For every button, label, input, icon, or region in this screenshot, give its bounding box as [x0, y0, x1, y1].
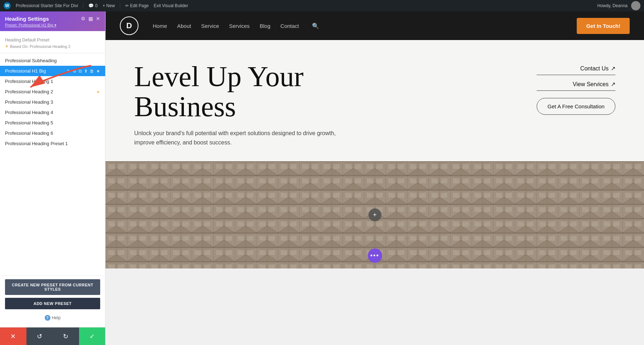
preset-item-heading2[interactable]: Professional Heading 2 ★ [0, 87, 105, 97]
hero-link-services[interactable]: View Services ↗ [537, 81, 615, 91]
preset-name-h1big: Professional H1 Big [5, 68, 67, 74]
preset-item-subheading[interactable]: Professional Subheading [0, 55, 105, 66]
preset-heading2-icons: ★ [96, 89, 100, 94]
undo-icon: ↺ [37, 332, 42, 340]
left-panel: Heading Settings Preset: Professional H1… [0, 11, 106, 345]
edit-page-label: ✏ Edit Page [125, 3, 148, 8]
hero-link-contact[interactable]: Contact Us ↗ [537, 65, 615, 75]
nav-contact[interactable]: Contact [280, 23, 299, 29]
redo-icon: ↻ [63, 332, 68, 340]
help-label: Help [52, 315, 61, 320]
preset-section-label: Heading Default Preset [0, 35, 105, 44]
panel-buttons: CREATE NEW PRESET FROM CURRENT STYLES AD… [0, 275, 105, 327]
right-panel: D Home About Service Services Blog Conta… [106, 11, 644, 345]
admin-bar-right: Howdy, Deanna [597, 1, 641, 10]
site-navbar: D Home About Service Services Blog Conta… [106, 11, 644, 40]
presets-container: Heading Default Preset ★ Based On: Profe… [0, 31, 105, 275]
preset-name-preset1: Professional Heading Preset 1 [5, 141, 100, 146]
preset-name-heading5: Professional Heading 5 [5, 120, 100, 125]
hero-heading: Level Up Your Business [134, 61, 522, 122]
site-logo: D [120, 16, 138, 35]
panel-header-text: Heading Settings Preset: Professional H1… [5, 16, 57, 28]
star-icon-heading2[interactable]: ★ [96, 89, 100, 94]
admin-bar-divider2 [120, 3, 120, 9]
redo-button[interactable]: ↻ [53, 327, 79, 345]
edit-page-item[interactable]: ✏ Edit Page [125, 3, 148, 8]
hero-subtext: Unlock your brand's full potential with … [134, 129, 342, 147]
export-icon[interactable]: ⬆ [84, 69, 88, 74]
panel-preset-label[interactable]: Preset: Professional H1 Big ▾ [5, 23, 57, 28]
edit-icon[interactable]: ✎ [67, 69, 70, 74]
create-preset-button[interactable]: CREATE NEW PRESET FROM CURRENT STYLES [5, 279, 100, 295]
panel-columns-icon[interactable]: ▦ [88, 16, 93, 21]
preset-name-heading1: Professional Heading 1 [5, 79, 100, 84]
panel-header: Heading Settings Preset: Professional H1… [0, 11, 105, 31]
save-button[interactable]: ✓ [79, 327, 106, 345]
howdy-label: Howdy, Deanna [597, 3, 628, 8]
nav-service[interactable]: Service [201, 23, 219, 29]
settings-icon[interactable]: ⚙ [73, 69, 77, 74]
nav-cta-button[interactable]: Get In Touch! [577, 18, 630, 34]
preset-item-heading6[interactable]: Professional Heading 6 [0, 128, 105, 138]
preset-item-heading1[interactable]: Professional Heading 1 [0, 76, 105, 87]
star-icon[interactable]: ★ [96, 69, 100, 74]
site-nav: Home About Service Services Blog Contact… [153, 23, 319, 29]
arrow-icon-contact: ↗ [611, 65, 615, 72]
new-label: + New [103, 3, 115, 8]
comment-icon: 💬 [88, 3, 94, 8]
user-avatar [631, 1, 640, 10]
arrow-icon-services: ↗ [611, 81, 615, 88]
preset-h1big-icons: ✎ ⚙ ⧉ ⬆ 🗑 ★ [67, 69, 100, 74]
nav-blog[interactable]: Blog [260, 23, 270, 29]
building-section: + ••• [106, 161, 644, 345]
undo-button[interactable]: ↺ [26, 327, 53, 345]
preset-based-on: ★ Based On: Professional Heading 2 [0, 44, 105, 51]
hero-link-contact-label: Contact Us [580, 65, 609, 72]
add-section-button[interactable]: + [369, 208, 381, 221]
delete-icon[interactable]: 🗑 [90, 69, 94, 74]
bottom-toolbar: ✕ ↺ ↻ ✓ [0, 327, 105, 345]
save-icon: ✓ [89, 332, 95, 340]
nav-services[interactable]: Services [229, 23, 250, 29]
new-item[interactable]: + New [103, 3, 115, 8]
more-options-button[interactable]: ••• [368, 248, 382, 263]
preset-list-divider [0, 53, 105, 53]
wp-logo-item[interactable]: W [4, 2, 11, 9]
help-icon: ? [45, 315, 50, 321]
panel-settings-icon[interactable]: ⚙ [81, 16, 86, 21]
add-preset-button[interactable]: ADD NEW PRESET [5, 298, 100, 309]
panel-close-icon[interactable]: ✕ [96, 16, 100, 21]
preset-name-heading6: Professional Heading 6 [5, 130, 100, 136]
panel-help[interactable]: ? Help [5, 312, 100, 324]
hero-left: Level Up Your Business Unlock your brand… [134, 61, 522, 147]
cancel-button[interactable]: ✕ [0, 327, 26, 345]
preset-name-heading2: Professional Heading 2 [5, 89, 96, 94]
preset-item-preset1[interactable]: Professional Heading Preset 1 [0, 138, 105, 149]
comments-count: 0 [95, 3, 98, 8]
preset-name-heading4: Professional Heading 4 [5, 110, 100, 115]
site-name-label: Professional Starter Site For Divi [16, 3, 78, 8]
exit-builder-item[interactable]: Exit Visual Builder [153, 3, 188, 8]
preset-based-on-text: Based On: Professional Heading 2 [10, 44, 70, 49]
preset-name-subheading: Professional Subheading [5, 58, 100, 63]
exit-builder-label: Exit Visual Builder [153, 3, 188, 8]
preset-item-h1big[interactable]: Professional H1 Big ✎ ⚙ ⧉ ⬆ 🗑 ★ [0, 66, 105, 76]
copy-icon[interactable]: ⧉ [79, 69, 82, 74]
hero-section: Level Up Your Business Unlock your brand… [106, 40, 644, 161]
star-icon-based-on: ★ [5, 44, 9, 49]
site-name-item[interactable]: Professional Starter Site For Divi [16, 3, 78, 8]
hero-link-services-label: View Services [573, 81, 609, 88]
preset-name-heading3: Professional Heading 3 [5, 99, 100, 105]
search-icon[interactable]: 🔍 [312, 23, 319, 29]
comments-item[interactable]: 💬 0 [88, 3, 98, 8]
wp-logo: W [4, 2, 11, 9]
panel-title: Heading Settings [5, 16, 57, 22]
preset-item-heading4[interactable]: Professional Heading 4 [0, 107, 105, 118]
main-layout: Heading Settings Preset: Professional H1… [0, 11, 644, 345]
preset-item-heading3[interactable]: Professional Heading 3 [0, 97, 105, 107]
nav-about[interactable]: About [177, 23, 191, 29]
hero-heading-line2: Business [134, 91, 236, 122]
hero-consultation-button[interactable]: Get A Free Consultation [537, 98, 615, 115]
preset-item-heading5[interactable]: Professional Heading 5 [0, 118, 105, 128]
nav-home[interactable]: Home [153, 23, 167, 29]
